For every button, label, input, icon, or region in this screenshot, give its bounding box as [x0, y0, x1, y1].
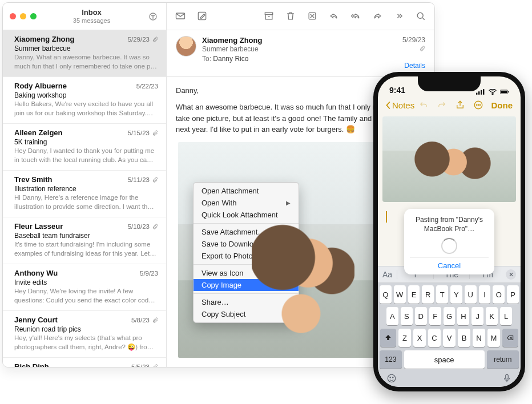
- undo-icon[interactable]: [418, 100, 429, 110]
- paste-cancel[interactable]: Cancel: [410, 257, 489, 270]
- key-p[interactable]: P: [507, 285, 519, 304]
- key-k[interactable]: K: [486, 307, 498, 325]
- ctx-export-photos[interactable]: Export to Photos: [194, 250, 299, 262]
- message-row[interactable]: Aileen Zeigen5/15/235K trainingHey Danny…: [3, 124, 166, 171]
- zoom-icon[interactable]: [30, 13, 37, 19]
- svg-rect-4: [265, 15, 272, 19]
- filter-icon[interactable]: [147, 10, 159, 23]
- minimize-icon[interactable]: [20, 13, 26, 19]
- return-key[interactable]: return: [487, 350, 519, 369]
- message-row[interactable]: Rody Albuerne5/22/23Baking workshopHello…: [3, 77, 166, 124]
- key-t[interactable]: T: [436, 285, 448, 304]
- key-u[interactable]: U: [465, 285, 477, 304]
- key-q[interactable]: Q: [380, 285, 392, 304]
- ctx-quick-look[interactable]: Quick Look Attachment: [194, 209, 299, 221]
- key-y[interactable]: Y: [450, 285, 462, 304]
- key-d[interactable]: D: [415, 307, 427, 325]
- message-row[interactable]: Jenny Court5/8/23Reunion road trip picsH…: [3, 311, 166, 358]
- key-i[interactable]: I: [479, 285, 491, 304]
- message-row[interactable]: Anthony Wu5/9/23Invite editsHey Danny, W…: [3, 264, 166, 311]
- window-controls[interactable]: [10, 13, 37, 19]
- nav-back[interactable]: Notes: [386, 100, 414, 110]
- paste-text: Pasting from "Danny's MacBook Pro"…: [410, 216, 489, 233]
- svg-rect-7: [476, 93, 477, 95]
- key-v[interactable]: V: [443, 329, 456, 347]
- svg-point-19: [388, 374, 396, 382]
- shift-key[interactable]: [380, 329, 396, 347]
- svg-rect-10: [483, 89, 484, 95]
- message-list[interactable]: Xiaomeng Zhong5/29/23Summer barbecueDann…: [3, 30, 166, 367]
- key-b[interactable]: B: [458, 329, 470, 347]
- svg-point-17: [478, 104, 479, 106]
- share-icon[interactable]: [455, 100, 465, 110]
- ctx-save-downloads[interactable]: Save to Downloads Folder: [194, 238, 299, 250]
- key-n[interactable]: N: [473, 329, 485, 347]
- paste-dialog: Pasting from "Danny's MacBook Pro"… Canc…: [404, 209, 494, 274]
- forward-icon[interactable]: [372, 10, 383, 22]
- numbers-key[interactable]: 123: [380, 350, 402, 369]
- notch: [418, 76, 481, 91]
- key-a[interactable]: A: [386, 307, 398, 325]
- key-j[interactable]: J: [471, 307, 483, 325]
- header-from: Xiaomeng Zhong: [202, 36, 397, 45]
- details-link[interactable]: Details: [402, 62, 425, 70]
- backspace-key[interactable]: [502, 329, 518, 347]
- status-time: 9:41: [389, 86, 405, 95]
- emoji-key-icon[interactable]: [386, 373, 397, 383]
- attachment-icon: [419, 46, 425, 52]
- junk-icon[interactable]: [307, 10, 318, 22]
- message-row[interactable]: Xiaomeng Zhong5/29/23Summer barbecueDann…: [3, 30, 166, 77]
- ctx-share[interactable]: Share…: [194, 296, 299, 308]
- dictation-key-icon[interactable]: [502, 373, 512, 383]
- ctx-save-attachment[interactable]: Save Attachment…: [194, 226, 299, 238]
- key-e[interactable]: E: [408, 285, 420, 304]
- envelope-icon[interactable]: [175, 10, 186, 22]
- ctx-view-icon[interactable]: View as Icon: [194, 267, 299, 279]
- key-z[interactable]: Z: [398, 329, 411, 347]
- key-o[interactable]: O: [493, 285, 505, 304]
- message-row[interactable]: Trev Smith5/11/23Illustration referenceH…: [3, 171, 166, 217]
- message-row[interactable]: Rich Dinh5/5/23Trip to Zion National Par…: [3, 358, 166, 367]
- ctx-open-with[interactable]: Open With▶: [194, 197, 299, 209]
- wifi-icon: [488, 89, 497, 95]
- message-row[interactable]: Fleur Lasseur5/10/23Baseball team fundra…: [3, 217, 166, 264]
- reply-icon[interactable]: [328, 10, 340, 22]
- key-s[interactable]: S: [401, 307, 413, 325]
- search-icon[interactable]: [415, 10, 426, 22]
- ctx-open-attachment[interactable]: Open Attachment: [194, 185, 299, 197]
- compose-icon[interactable]: [196, 10, 208, 22]
- close-icon[interactable]: [10, 13, 16, 19]
- key-h[interactable]: H: [457, 307, 469, 325]
- key-r[interactable]: R: [422, 285, 434, 304]
- nav-done[interactable]: Done: [491, 100, 513, 110]
- more-circle-icon[interactable]: [473, 100, 483, 110]
- inbox-count: 35 messages: [41, 17, 142, 24]
- delete-icon[interactable]: [285, 10, 296, 22]
- space-key[interactable]: space: [404, 350, 485, 369]
- key-c[interactable]: C: [428, 329, 441, 347]
- svg-point-20: [390, 377, 391, 378]
- svg-rect-9: [481, 90, 482, 95]
- key-f[interactable]: F: [429, 307, 441, 325]
- ctx-copy-subject[interactable]: Copy Subject: [194, 308, 299, 320]
- keyboard[interactable]: QWERTYUIOP ASDFGHJKL ZXCVBNM 123 space r…: [378, 283, 521, 387]
- header-subject: Summer barbecue: [202, 45, 397, 53]
- ctx-copy-image[interactable]: Copy Image: [194, 279, 299, 291]
- key-x[interactable]: X: [413, 329, 426, 347]
- more-icon[interactable]: [393, 10, 405, 22]
- note-pasted-image[interactable]: [382, 116, 516, 202]
- key-l[interactable]: L: [500, 307, 512, 325]
- key-w[interactable]: W: [394, 285, 406, 304]
- cellular-icon: [476, 89, 485, 95]
- svg-rect-13: [501, 91, 507, 94]
- mail-window: Inbox 35 messages Xiaomeng Zhong5/29/23S…: [2, 2, 435, 367]
- key-g[interactable]: G: [444, 307, 456, 325]
- suggest-close-icon[interactable]: ✕: [506, 269, 516, 280]
- avatar: [176, 36, 196, 56]
- svg-point-6: [417, 13, 423, 18]
- reply-all-icon[interactable]: [350, 10, 361, 22]
- archive-icon[interactable]: [263, 10, 275, 22]
- redo-icon[interactable]: [437, 100, 447, 110]
- format-aa[interactable]: Aa: [382, 270, 397, 279]
- key-m[interactable]: M: [487, 329, 500, 347]
